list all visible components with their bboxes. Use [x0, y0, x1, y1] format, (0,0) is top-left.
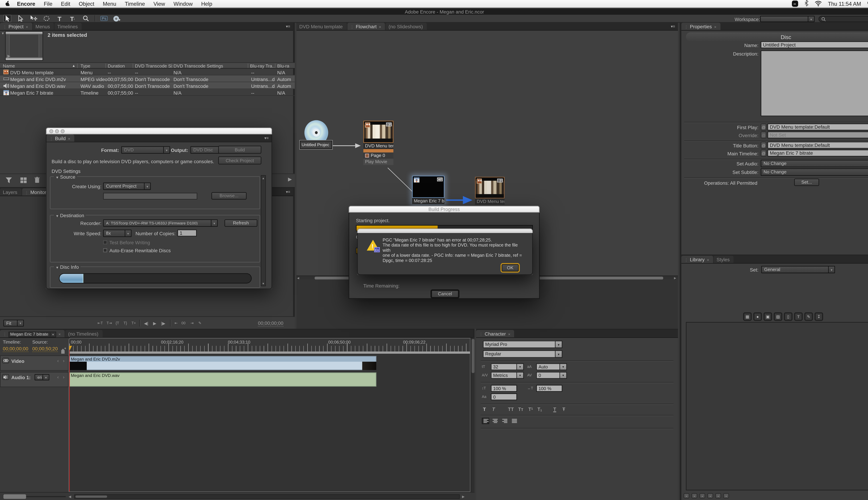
bluetooth-icon[interactable] — [804, 0, 808, 7]
panel-menu-icon[interactable]: ▾≡ — [262, 135, 272, 142]
build-window-titlebar[interactable] — [46, 128, 272, 134]
ruler-view-band[interactable] — [69, 351, 470, 354]
workspace-search-input[interactable] — [819, 16, 868, 22]
kerning-dropdown[interactable]: Metrics▼ — [491, 372, 524, 379]
menu-clock[interactable]: Thu 11:54 AM — [828, 1, 861, 7]
table-row[interactable]: Megan Eric 7 bitrate Timeline 00;07;55;0… — [0, 89, 295, 96]
title-button-field[interactable]: DVD Menu template:Default — [767, 142, 868, 148]
wifi-icon[interactable] — [814, 0, 822, 7]
name-field[interactable]: Untitled Project — [761, 41, 868, 48]
faux-italic-icon[interactable]: T — [492, 407, 495, 412]
scroll-right-icon[interactable]: ▶ — [462, 494, 465, 498]
pickwhip-icon[interactable]: @ — [761, 124, 766, 130]
previous-chapter-icon[interactable]: ⇤ — [175, 321, 178, 325]
build-button[interactable]: Build — [218, 146, 261, 154]
horizontal-scale-field[interactable]: 100 % — [536, 385, 562, 392]
flowchart-project-label[interactable]: Untitled Projec — [300, 141, 332, 149]
next-frame-icon[interactable]: |▶ — [161, 321, 165, 326]
align-justify-icon[interactable] — [511, 418, 518, 424]
tab-no-timelines[interactable]: (no Timelines) — [65, 330, 102, 337]
playhead-marker[interactable] — [69, 346, 72, 350]
panel-menu-icon[interactable]: ▾≡ — [668, 23, 678, 30]
track-prev-icon[interactable]: ‹ — [57, 358, 59, 363]
menu-item-timeline[interactable]: Timeline — [125, 1, 145, 7]
add-trim-icon[interactable]: T+ — [132, 321, 136, 325]
table-row[interactable]: Megan and Eric DVD.m2v MPEG video 00;07;… — [0, 75, 295, 82]
tab-menus[interactable]: Menus — [33, 23, 54, 30]
timeline-hscrollbar[interactable] — [74, 494, 460, 499]
library-action-icon[interactable]: ▪ — [684, 493, 689, 498]
monitor-timecode[interactable]: 00;00;00;00 — [258, 320, 284, 327]
menu-item-object[interactable]: Object — [79, 1, 94, 7]
burn-disc-icon[interactable] — [113, 15, 121, 22]
show-replacement-icon[interactable]: ↧ — [815, 313, 823, 320]
menu-item-file[interactable]: File — [44, 1, 53, 7]
table-header[interactable]: Name ▲ Type Duration DVD Transcode St...… — [0, 62, 295, 69]
move-tool-icon[interactable] — [30, 15, 37, 22]
selection-tool-icon[interactable] — [3, 15, 11, 22]
panel-menu-icon[interactable]: ▾≡ — [283, 23, 293, 30]
library-action-icon[interactable]: ▪ — [707, 493, 713, 498]
zoom-window-icon[interactable] — [60, 129, 65, 133]
track-next-icon[interactable]: › — [63, 358, 65, 363]
faux-bold-icon[interactable]: T — [483, 407, 486, 412]
auto-erase-checkbox[interactable]: Auto-Erase Rewritable Discs — [103, 248, 171, 253]
destination-legend[interactable]: ▼Destination — [54, 213, 86, 218]
description-field[interactable] — [761, 50, 868, 116]
panel-menu-icon[interactable]: ▾≡ — [283, 189, 293, 195]
checkbox-icon[interactable] — [103, 248, 107, 252]
font-family-dropdown[interactable]: Myriad Pro▼ — [483, 341, 562, 348]
menu-item-encore[interactable]: Encore — [17, 1, 35, 7]
library-action-icon[interactable]: ▪ — [723, 493, 729, 498]
creative-cloud-icon[interactable]: ∞ — [792, 1, 798, 7]
first-play-field[interactable]: DVD Menu template:Default — [767, 124, 868, 130]
tab-character[interactable]: ⋮Character× — [476, 330, 514, 337]
filter-icon[interactable] — [6, 178, 12, 184]
timeline-ruler[interactable]: 00;00 00;02;16;20 00;04;33;10 00;06;50;0… — [69, 338, 470, 351]
text-tool-icon[interactable]: T — [56, 15, 64, 22]
playhead-line[interactable] — [69, 346, 70, 492]
check-project-button[interactable]: Check Project — [218, 157, 261, 164]
show-buttons-icon[interactable]: ● — [754, 313, 761, 320]
track-next-icon[interactable]: › — [63, 375, 65, 380]
timeline-timecode[interactable]: 00;00;00;00 — [3, 346, 28, 352]
table-row[interactable]: Megan and Eric DVD.wav WAV audio 00;07;5… — [0, 82, 295, 89]
alert-titlebar[interactable] — [357, 228, 533, 233]
copies-field[interactable]: 1 — [178, 229, 197, 236]
apple-menu-icon[interactable] — [4, 0, 10, 7]
write-speed-dropdown[interactable]: 8x▼ — [103, 229, 132, 237]
scrollbar-thumb[interactable] — [75, 496, 107, 498]
disclosure-triangle-icon[interactable]: ▼ — [1, 32, 4, 35]
track-prev-icon[interactable]: ‹ — [57, 375, 59, 380]
small-caps-icon[interactable]: Tᴛ — [518, 407, 523, 412]
scroll-right-icon[interactable]: ▶ — [674, 276, 676, 280]
tab-library[interactable]: ⋮Library× — [681, 256, 713, 263]
vertical-text-tool-icon[interactable]: T↓ — [69, 15, 77, 22]
previous-frame-icon[interactable]: ◀| — [144, 321, 148, 326]
build-scrollbar[interactable]: ▲ ▼ — [261, 175, 266, 286]
cancel-button[interactable]: Cancel — [431, 290, 459, 298]
show-layer-sets-icon[interactable]: ▯ — [785, 313, 792, 320]
node-page-row[interactable]: Page 0 — [363, 152, 393, 159]
video-clip[interactable]: Megan and Eric DVD.m2v — [69, 356, 376, 370]
tab-build[interactable]: ⋮Build× — [47, 134, 74, 142]
scroll-up-icon[interactable]: ▲ — [262, 177, 265, 180]
fit-dropdown[interactable]: Fit▼ — [3, 320, 24, 327]
spotlight-icon[interactable] — [867, 0, 868, 7]
menu-item-window[interactable]: Window — [174, 1, 193, 7]
new-item-grid-icon[interactable] — [21, 178, 27, 184]
timeline-tab-dropdown-icon[interactable]: ▼ — [50, 332, 55, 336]
refresh-button[interactable]: Refresh — [225, 219, 257, 227]
sort-ascending-icon[interactable]: ▲ — [72, 64, 75, 68]
show-backgrounds-icon[interactable]: ▨ — [774, 313, 781, 320]
trim-out-icon[interactable]: T⇥ — [106, 321, 112, 325]
disc-info-legend[interactable]: ▼Disc Info — [54, 264, 81, 270]
strikethrough-icon[interactable]: Ŧ — [562, 407, 565, 412]
trim-start-icon[interactable]: {T — [116, 321, 119, 325]
edit-in-photoshop-icon[interactable]: Ps — [100, 16, 108, 21]
main-timeline-field[interactable]: Megan Eric 7 bitrate — [767, 150, 868, 157]
table-row[interactable]: DVD Menu template Menu -- -- N/A -- N/A — [0, 69, 295, 75]
vertical-scale-field[interactable]: 100 % — [491, 385, 517, 392]
minimize-window-icon[interactable] — [55, 129, 59, 133]
underline-icon[interactable]: T — [553, 407, 556, 412]
